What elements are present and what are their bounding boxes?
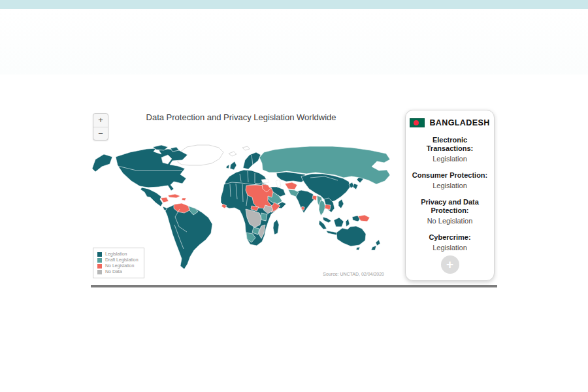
map-legend: Legislation Draft Legislation No Legisla…	[93, 248, 144, 278]
section-label: Consumer Protection:	[411, 171, 489, 180]
legend-label: Draft Legislation	[105, 257, 139, 263]
zoom-in-button[interactable]: +	[93, 114, 108, 127]
legend-swatch-draft-legislation	[97, 258, 102, 263]
section-value: No Legislation	[411, 217, 489, 225]
country-name: BANGLADESH	[429, 118, 489, 127]
map-zoom-control: + −	[93, 113, 108, 140]
section-electronic-transactions: Electronic Transactions: Legislation	[411, 136, 489, 163]
zoom-out-button[interactable]: −	[93, 127, 108, 140]
section-value: Legislation	[411, 244, 489, 252]
legend-swatch-no-data	[97, 270, 102, 274]
section-consumer-protection: Consumer Protection: Legislation	[411, 171, 489, 189]
legend-label: No Legislation	[105, 263, 134, 269]
section-value: Legislation	[411, 155, 489, 163]
panel-header: BANGLADESH	[411, 118, 489, 127]
legend-item-no-data: No Data	[97, 269, 139, 274]
legend-label: No Data	[105, 269, 122, 274]
section-value: Legislation	[411, 182, 489, 189]
section-label: Cybercrime:	[411, 233, 489, 242]
country-detail-panel: BANGLADESH Electronic Transactions: Legi…	[405, 110, 495, 281]
map-source-credit: Source: UNCTAD, 02/04/2020	[271, 272, 384, 276]
legend-item-draft-legislation: Draft Legislation	[97, 257, 139, 263]
bangladesh-flag-icon	[410, 118, 425, 127]
map-title: Data Protection and Privacy Legislation …	[91, 112, 391, 122]
legend-item-no-legislation: No Legislation	[97, 263, 139, 269]
section-cybercrime: Cybercrime: Legislation	[411, 233, 489, 252]
section-label: Electronic Transactions:	[411, 136, 489, 153]
greenland-outline	[178, 145, 250, 165]
legend-swatch-legislation	[97, 252, 102, 257]
legend-item-legislation: Legislation	[97, 252, 139, 257]
expand-panel-button[interactable]: +	[441, 255, 459, 274]
section-privacy-data-protection: Privacy and Data Protection: No Legislat…	[411, 198, 489, 225]
legend-swatch-no-legislation	[97, 264, 102, 269]
top-accent-bar	[0, 0, 588, 9]
section-label: Privacy and Data Protection:	[411, 198, 489, 215]
horizontal-scrollbar[interactable]	[91, 285, 497, 287]
legend-label: Legislation	[105, 252, 127, 257]
map-widget: Data Protection and Privacy Legislation …	[91, 105, 497, 289]
header-background	[0, 9, 588, 74]
flag-disc	[414, 120, 419, 125]
